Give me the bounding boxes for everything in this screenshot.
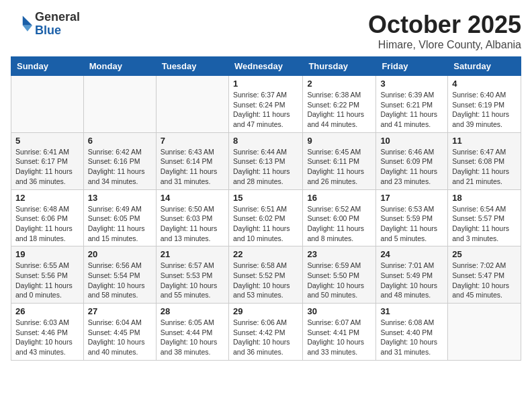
day-number: 9 (307, 136, 371, 146)
calendar-cell: 6Sunrise: 6:42 AMSunset: 6:16 PMDaylight… (83, 132, 156, 189)
day-info: Sunrise: 6:41 AMSunset: 6:17 PMDaylight:… (15, 147, 79, 187)
calendar-table: SundayMondayTuesdayWednesdayThursdayFrid… (11, 56, 521, 361)
day-number: 12 (15, 193, 79, 203)
day-number: 3 (380, 79, 443, 89)
svg-marker-1 (23, 26, 32, 32)
calendar-cell: 29Sunrise: 6:06 AMSunset: 4:42 PMDayligh… (228, 304, 302, 361)
day-info: Sunrise: 6:37 AMSunset: 6:24 PMDaylight:… (233, 90, 298, 130)
day-info: Sunrise: 6:58 AMSunset: 5:52 PMDaylight:… (233, 261, 298, 300)
day-info: Sunrise: 6:04 AMSunset: 4:45 PMDaylight:… (88, 318, 152, 357)
calendar-cell: 31Sunrise: 6:08 AMSunset: 4:40 PMDayligh… (376, 304, 448, 361)
calendar-cell: 5Sunrise: 6:41 AMSunset: 6:17 PMDaylight… (11, 132, 84, 189)
day-number: 13 (88, 193, 152, 203)
day-info: Sunrise: 7:01 AMSunset: 5:49 PMDaylight:… (380, 261, 443, 300)
calendar-cell: 16Sunrise: 6:52 AMSunset: 6:00 PMDayligh… (303, 189, 376, 246)
calendar-week-row: 1Sunrise: 6:37 AMSunset: 6:24 PMDaylight… (11, 76, 521, 133)
day-info: Sunrise: 6:06 AMSunset: 4:42 PMDaylight:… (233, 318, 298, 357)
calendar-cell: 28Sunrise: 6:05 AMSunset: 4:44 PMDayligh… (156, 304, 228, 361)
day-info: Sunrise: 6:53 AMSunset: 5:59 PMDaylight:… (380, 204, 443, 244)
day-info: Sunrise: 6:44 AMSunset: 6:13 PMDaylight:… (233, 147, 298, 187)
calendar-cell: 17Sunrise: 6:53 AMSunset: 5:59 PMDayligh… (376, 189, 448, 246)
day-number: 14 (161, 193, 224, 203)
day-number: 4 (452, 79, 517, 89)
day-info: Sunrise: 6:54 AMSunset: 5:57 PMDaylight:… (452, 204, 517, 244)
calendar-cell (83, 76, 156, 133)
calendar-week-row: 19Sunrise: 6:55 AMSunset: 5:56 PMDayligh… (11, 246, 521, 304)
day-info: Sunrise: 6:47 AMSunset: 6:08 PMDaylight:… (452, 147, 517, 187)
calendar-cell (156, 76, 228, 133)
day-info: Sunrise: 6:57 AMSunset: 5:53 PMDaylight:… (161, 261, 224, 300)
month-title: October 2025 (368, 11, 521, 39)
calendar-cell: 4Sunrise: 6:40 AMSunset: 6:19 PMDaylight… (448, 76, 521, 133)
day-number: 18 (452, 193, 517, 203)
weekday-header-saturday: Saturday (448, 57, 521, 76)
day-number: 27 (88, 306, 152, 316)
day-info: Sunrise: 6:07 AMSunset: 4:41 PMDaylight:… (307, 318, 371, 357)
day-number: 25 (452, 249, 517, 259)
weekday-header-thursday: Thursday (303, 57, 376, 76)
calendar-cell: 10Sunrise: 6:46 AMSunset: 6:09 PMDayligh… (376, 132, 448, 189)
calendar-cell: 9Sunrise: 6:45 AMSunset: 6:11 PMDaylight… (303, 132, 376, 189)
svg-marker-0 (23, 15, 32, 25)
day-info: Sunrise: 6:56 AMSunset: 5:54 PMDaylight:… (88, 261, 152, 300)
day-number: 28 (161, 306, 224, 316)
logo-icon (11, 13, 32, 35)
day-info: Sunrise: 6:38 AMSunset: 6:22 PMDaylight:… (307, 90, 371, 130)
day-info: Sunrise: 6:55 AMSunset: 5:56 PMDaylight:… (15, 261, 79, 300)
day-number: 5 (15, 136, 79, 146)
day-number: 10 (380, 136, 443, 146)
weekday-header-row: SundayMondayTuesdayWednesdayThursdayFrid… (11, 57, 521, 76)
day-info: Sunrise: 6:52 AMSunset: 6:00 PMDaylight:… (307, 204, 371, 244)
day-number: 29 (233, 306, 298, 316)
calendar-week-row: 26Sunrise: 6:03 AMSunset: 4:46 PMDayligh… (11, 304, 521, 361)
day-number: 22 (233, 249, 298, 259)
calendar-cell (448, 304, 521, 361)
day-info: Sunrise: 6:46 AMSunset: 6:09 PMDaylight:… (380, 147, 443, 187)
day-number: 17 (380, 193, 443, 203)
calendar-week-row: 12Sunrise: 6:48 AMSunset: 6:06 PMDayligh… (11, 189, 521, 246)
calendar-cell: 18Sunrise: 6:54 AMSunset: 5:57 PMDayligh… (448, 189, 521, 246)
day-info: Sunrise: 6:50 AMSunset: 6:03 PMDaylight:… (161, 204, 224, 244)
day-number: 16 (307, 193, 371, 203)
calendar-cell: 26Sunrise: 6:03 AMSunset: 4:46 PMDayligh… (11, 304, 84, 361)
day-number: 21 (161, 249, 224, 259)
weekday-header-monday: Monday (83, 57, 156, 76)
calendar-cell: 27Sunrise: 6:04 AMSunset: 4:45 PMDayligh… (83, 304, 156, 361)
logo-blue: Blue (35, 24, 80, 38)
day-number: 31 (380, 306, 443, 316)
day-number: 7 (161, 136, 224, 146)
calendar-cell: 3Sunrise: 6:39 AMSunset: 6:21 PMDaylight… (376, 76, 448, 133)
calendar-cell: 13Sunrise: 6:49 AMSunset: 6:05 PMDayligh… (83, 189, 156, 246)
page-header: General Blue October 2025 Himare, Vlore … (11, 11, 521, 51)
day-info: Sunrise: 6:03 AMSunset: 4:46 PMDaylight:… (15, 318, 79, 357)
day-info: Sunrise: 7:02 AMSunset: 5:47 PMDaylight:… (452, 261, 517, 300)
location-subtitle: Himare, Vlore County, Albania (368, 39, 521, 51)
calendar-cell: 7Sunrise: 6:43 AMSunset: 6:14 PMDaylight… (156, 132, 228, 189)
calendar-cell: 15Sunrise: 6:51 AMSunset: 6:02 PMDayligh… (228, 189, 302, 246)
logo: General Blue (11, 11, 80, 38)
calendar-cell: 2Sunrise: 6:38 AMSunset: 6:22 PMDaylight… (303, 76, 376, 133)
calendar-cell: 23Sunrise: 6:59 AMSunset: 5:50 PMDayligh… (303, 246, 376, 304)
day-info: Sunrise: 6:48 AMSunset: 6:06 PMDaylight:… (15, 204, 79, 244)
calendar-cell: 21Sunrise: 6:57 AMSunset: 5:53 PMDayligh… (156, 246, 228, 304)
day-number: 23 (307, 249, 371, 259)
weekday-header-friday: Friday (376, 57, 448, 76)
calendar-cell: 22Sunrise: 6:58 AMSunset: 5:52 PMDayligh… (228, 246, 302, 304)
day-number: 2 (307, 79, 371, 89)
calendar-cell (11, 76, 84, 133)
day-info: Sunrise: 6:43 AMSunset: 6:14 PMDaylight:… (161, 147, 224, 187)
calendar-cell: 30Sunrise: 6:07 AMSunset: 4:41 PMDayligh… (303, 304, 376, 361)
logo-text: General Blue (35, 11, 80, 38)
calendar-cell: 8Sunrise: 6:44 AMSunset: 6:13 PMDaylight… (228, 132, 302, 189)
day-info: Sunrise: 6:42 AMSunset: 6:16 PMDaylight:… (88, 147, 152, 187)
day-info: Sunrise: 6:40 AMSunset: 6:19 PMDaylight:… (452, 90, 517, 130)
day-number: 6 (88, 136, 152, 146)
calendar-cell: 20Sunrise: 6:56 AMSunset: 5:54 PMDayligh… (83, 246, 156, 304)
weekday-header-tuesday: Tuesday (156, 57, 228, 76)
calendar-cell: 14Sunrise: 6:50 AMSunset: 6:03 PMDayligh… (156, 189, 228, 246)
day-number: 8 (233, 136, 298, 146)
day-info: Sunrise: 6:45 AMSunset: 6:11 PMDaylight:… (307, 147, 371, 187)
day-number: 19 (15, 249, 79, 259)
day-number: 11 (452, 136, 517, 146)
calendar-cell: 19Sunrise: 6:55 AMSunset: 5:56 PMDayligh… (11, 246, 84, 304)
